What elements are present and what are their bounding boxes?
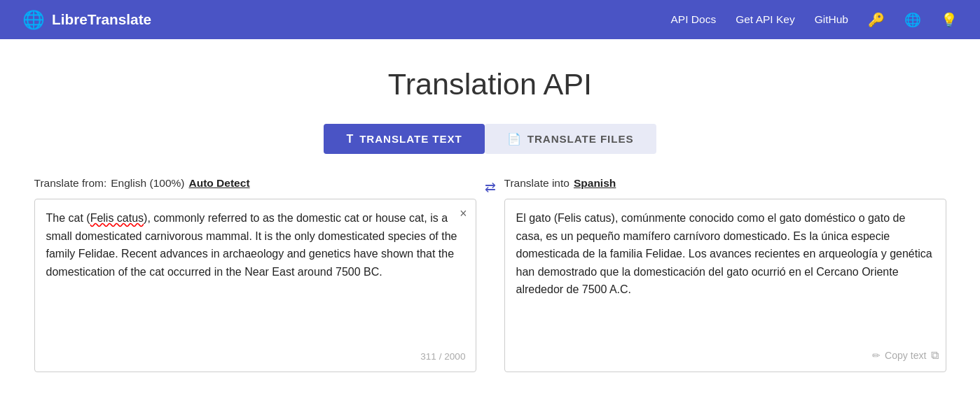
swap-column: ⇄ — [476, 174, 504, 195]
auto-detect-link[interactable]: Auto Detect — [188, 177, 249, 190]
source-header-label: Translate from: — [34, 177, 107, 190]
target-textbox: El gato (Felis catus), comúnmente conoci… — [504, 199, 946, 372]
pencil-icon: ✏ — [872, 348, 881, 364]
clear-button[interactable]: × — [460, 206, 467, 221]
nav-api-docs[interactable]: API Docs — [671, 13, 717, 26]
copy-bar[interactable]: ✏ Copy text ⧉ — [872, 346, 938, 365]
source-language: English (100%) — [111, 177, 184, 190]
brand-link[interactable]: 🌐 LibreTranslate — [22, 9, 671, 30]
copy-label: Copy text — [885, 348, 926, 364]
key-icon[interactable]: 🔑 — [868, 12, 885, 28]
translation-row: Translate from: English (100%) Auto Dete… — [34, 174, 946, 372]
nav-github[interactable]: GitHub — [815, 13, 848, 26]
navbar-links: API Docs Get API Key GitHub 🔑 🌐 💡 — [671, 12, 958, 28]
source-text: The cat (Felis catus), commonly referred… — [46, 209, 464, 281]
source-textbox[interactable]: The cat (Felis catus), commonly referred… — [34, 199, 476, 372]
target-header-label: Translate into — [504, 177, 570, 190]
translate-files-icon: 📄 — [507, 132, 522, 146]
navbar: 🌐 LibreTranslate API Docs Get API Key Gi… — [0, 0, 980, 39]
char-count: 311 / 2000 — [420, 349, 465, 365]
tab-bar: T TRANSLATE TEXT 📄 TRANSLATE FILES — [34, 124, 946, 154]
translate-text-icon: T — [346, 133, 354, 146]
target-text: El gato (Felis catus), comúnmente conoci… — [516, 209, 934, 299]
felis-catus-text: Felis catus — [90, 212, 144, 224]
tab-translate-files[interactable]: 📄 TRANSLATE FILES — [485, 124, 656, 154]
tab-translate-text[interactable]: T TRANSLATE TEXT — [324, 124, 484, 154]
copy-icon: ⧉ — [931, 346, 939, 365]
bulb-icon[interactable]: 💡 — [941, 12, 958, 28]
page-title: Translation API — [34, 67, 946, 101]
nav-get-api-key[interactable]: Get API Key — [736, 13, 795, 26]
brand-icon: 🌐 — [22, 9, 45, 30]
main-content: Translation API T TRANSLATE TEXT 📄 TRANS… — [18, 39, 963, 372]
tab-translate-files-label: TRANSLATE FILES — [527, 133, 634, 145]
brand-name: LibreTranslate — [52, 11, 151, 28]
swap-button[interactable]: ⇄ — [485, 179, 496, 195]
target-language-link[interactable]: Spanish — [574, 177, 616, 190]
globe-icon[interactable]: 🌐 — [904, 12, 921, 28]
target-lang-header: Translate into Spanish — [504, 174, 946, 193]
source-column: Translate from: English (100%) Auto Dete… — [34, 174, 476, 372]
tab-translate-text-label: TRANSLATE TEXT — [359, 133, 462, 145]
target-column: Translate into Spanish El gato (Felis ca… — [504, 174, 946, 372]
source-lang-header: Translate from: English (100%) Auto Dete… — [34, 174, 476, 193]
